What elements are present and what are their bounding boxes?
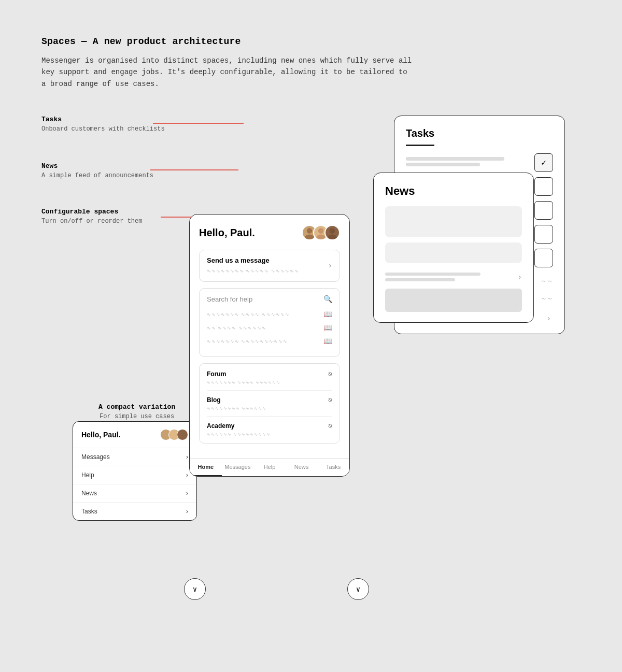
compact-nav-tasks-chevron: › xyxy=(186,508,188,515)
news-arrow-row: › xyxy=(385,273,522,281)
avatar-group xyxy=(302,225,340,240)
greeting-row: Hello, Paul. xyxy=(199,225,340,240)
svg-point-10 xyxy=(328,235,336,240)
avatar-3-img xyxy=(326,225,339,240)
academy-title-row: Academy ⎋ xyxy=(207,422,332,430)
page-heading: Spaces — A new product architecture xyxy=(41,36,581,47)
compact-nav-messages-label: Messages xyxy=(81,453,110,461)
search-result-wavy-3: ∿∿∿∿∿∿∿ ∿∿∿∿∿∿∿∿∿∿ xyxy=(207,339,319,344)
label-tasks-desc: Onboard customers with checklists xyxy=(41,125,165,133)
divider-2 xyxy=(207,416,332,417)
blog-row[interactable]: Blog ⎋ ∿∿∿∿∿∿∿∿ ∿∿∿∿∿∿ xyxy=(207,396,332,411)
search-result-wavy: ∿∿∿∿∿∿∿ ∿∿∿∿ ∿∿∿∿∿∿ xyxy=(207,312,319,317)
academy-title: Academy xyxy=(207,422,234,430)
search-icon[interactable]: 🔍 xyxy=(323,295,332,304)
book-icon-1: 📖 xyxy=(323,310,332,319)
news-block-1 xyxy=(385,206,522,237)
avatar-3 xyxy=(324,225,340,240)
compact-nav-help-label: Help xyxy=(81,471,94,479)
send-message-content: Send us a message ∿∿∿∿∿∿∿∿ ∿∿∿∿∿ ∿∿∿∿∿∿ xyxy=(207,256,328,275)
send-message-card[interactable]: Send us a message ∿∿∿∿∿∿∿∿ ∿∿∿∿∿ ∿∿∿∿∿∿ … xyxy=(199,250,340,282)
send-message-chevron: › xyxy=(328,262,332,270)
svg-point-6 xyxy=(305,235,314,240)
label-configurable: Configurable spaces Turn on/off or reord… xyxy=(41,208,142,225)
compact-nav-tasks-label: Tasks xyxy=(81,508,97,515)
book-icon-2: 📖 xyxy=(323,323,332,332)
news-chevron: › xyxy=(518,273,522,281)
send-message-title: Send us a message xyxy=(207,256,328,264)
academy-external-icon: ⎋ xyxy=(328,422,332,430)
page-description: Messenger is organised into distinct spa… xyxy=(41,55,415,90)
compact-header: Hello, Paul. xyxy=(73,422,196,448)
search-label[interactable]: Search for help xyxy=(207,295,252,303)
task-checkbox xyxy=(534,177,553,196)
book-icon-3: 📖 xyxy=(323,337,332,346)
svg-point-7 xyxy=(318,228,323,234)
main-greeting: Hello, Paul. xyxy=(199,227,255,239)
svg-point-9 xyxy=(330,228,335,234)
search-result-row-3[interactable]: ∿∿∿∿∿∿∿ ∿∿∿∿∿∿∿∿∿∿ 📖 xyxy=(207,337,332,346)
forum-row[interactable]: Forum ⎋ ∿∿∿∿∿∿∿ ∿∿∿∿ ∿∿∿∿∿∿ xyxy=(207,370,332,385)
label-configurable-title: Configurable spaces xyxy=(41,208,142,216)
nav-tasks[interactable]: Tasks xyxy=(317,459,349,476)
nav-messages[interactable]: Messages xyxy=(222,459,254,476)
nav-home[interactable]: Home xyxy=(190,459,222,476)
task-lines xyxy=(406,157,529,168)
svg-point-8 xyxy=(316,235,325,240)
compact-avatar-3 xyxy=(177,429,188,440)
news-block-2 xyxy=(385,242,522,263)
compact-nav-news[interactable]: News › xyxy=(73,484,196,503)
academy-row[interactable]: Academy ⎋ ∿∿∿∿∿∿ ∿∿∿∿∿∿∿∿∿ xyxy=(207,422,332,437)
news-card-title: News xyxy=(385,184,522,198)
tasks-card-title: Tasks xyxy=(406,127,553,139)
academy-wavy: ∿∿∿∿∿∿ ∿∿∿∿∿∿∿∿∿ xyxy=(207,432,332,437)
task-checkbox xyxy=(534,249,553,267)
compact-nav-news-chevron: › xyxy=(186,490,188,497)
down-arrow-left[interactable]: ∨ xyxy=(184,578,206,600)
blog-external-icon: ⎋ xyxy=(328,396,332,404)
card-compact: Hello, Paul. Messages › Help › News › xyxy=(73,421,197,521)
label-news: News A simple feed of announcements xyxy=(41,162,153,179)
wavy-text: ～～ xyxy=(541,277,553,285)
forum-title-row: Forum ⎋ xyxy=(207,370,332,378)
search-result-lines-3: ∿∿∿∿∿∿∿ ∿∿∿∿∿∿∿∿∿∿ xyxy=(207,339,319,344)
compact-nav-help-chevron: › xyxy=(186,471,188,479)
links-card: Forum ⎋ ∿∿∿∿∿∿∿ ∿∿∿∿ ∿∿∿∿∿∿ Blog ⎋ ∿∿∿∿∿… xyxy=(199,363,340,444)
bottom-nav: Home Messages Help News Tasks xyxy=(190,458,349,476)
nav-news[interactable]: News xyxy=(286,459,318,476)
compact-greeting: Hello, Paul. xyxy=(81,431,120,439)
label-tasks: Tasks Onboard customers with checklists xyxy=(41,116,165,133)
compact-nav-help[interactable]: Help › xyxy=(73,466,196,484)
nav-help[interactable]: Help xyxy=(253,459,286,476)
task-line xyxy=(406,157,504,161)
task-checkbox xyxy=(534,201,553,220)
search-result-row-1[interactable]: ∿∿∿∿∿∿∿ ∿∿∿∿ ∿∿∿∿∿∿ 📖 xyxy=(207,310,332,319)
card-main-body: Hello, Paul. xyxy=(190,215,349,458)
label-news-title: News xyxy=(41,162,153,170)
compact-avatar-group xyxy=(160,429,188,440)
label-tasks-title: Tasks xyxy=(41,116,165,123)
compact-variation-desc: For simple use cases xyxy=(98,413,175,420)
search-result-lines-2: ∿∿ ∿∿∿∿ ∿∿∿∿∿∿ xyxy=(207,325,319,331)
compact-nav-messages[interactable]: Messages › xyxy=(73,448,196,466)
send-message-wavy: ∿∿∿∿∿∿∿∿ ∿∿∿∿∿ ∿∿∿∿∿∿ xyxy=(207,267,328,275)
wavy-text2: ～～ xyxy=(541,294,553,303)
blog-title-row: Blog ⎋ xyxy=(207,396,332,404)
news-line xyxy=(385,278,455,281)
blog-wavy: ∿∿∿∿∿∿∿∿ ∿∿∿∿∿∿ xyxy=(207,406,332,411)
compact-variation-title: A compact variation xyxy=(98,403,175,411)
search-result-row-2[interactable]: ∿∿ ∿∿∿∿ ∿∿∿∿∿∿ 📖 xyxy=(207,323,332,332)
label-news-desc: A simple feed of announcements xyxy=(41,172,153,179)
news-line xyxy=(385,273,480,276)
down-arrow-right[interactable]: ∨ xyxy=(347,578,369,600)
forum-title: Forum xyxy=(207,370,226,378)
compact-label-section: A compact variation For simple use cases xyxy=(98,403,175,420)
news-image-placeholder xyxy=(385,289,522,312)
task-checkbox xyxy=(534,225,553,244)
search-header: Search for help 🔍 xyxy=(207,295,332,304)
compact-nav-news-label: News xyxy=(81,490,97,497)
forum-external-icon: ⎋ xyxy=(328,370,332,378)
tasks-chevron: › xyxy=(547,314,551,323)
compact-nav-tasks[interactable]: Tasks › xyxy=(73,503,196,520)
task-checkbox-checked: ✓ xyxy=(534,153,553,172)
